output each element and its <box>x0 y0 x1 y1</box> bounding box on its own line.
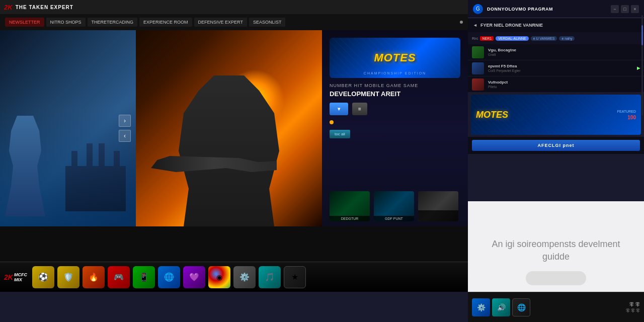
shield-icon: 🛡️ <box>63 272 73 282</box>
app-icon: 💜 <box>189 272 199 282</box>
taskbar-icon-gray[interactable]: ⚙️ <box>233 266 256 288</box>
browser-bar: 2K THE TAKEN EXPERT <box>0 0 468 14</box>
taskbar-icon-dark[interactable]: ★ <box>284 266 306 288</box>
filter-tag-3[interactable]: e nahy <box>559 36 575 41</box>
thumb-overlays: › ‹ <box>119 115 131 142</box>
taskbar-icon-phone[interactable]: 📱 <box>133 266 155 288</box>
taskbar-logo: 2K MCFCMIX <box>4 272 29 282</box>
game-name-2: epvmt F5 Dftea <box>488 64 633 68</box>
soldier-middle <box>179 75 279 226</box>
scroll-thumb[interactable] <box>641 25 643 45</box>
rp-header-icon: G <box>473 4 483 14</box>
rp-header-controls: − □ × <box>611 5 639 13</box>
minimize-button[interactable]: − <box>611 5 619 13</box>
game-list-item-2[interactable]: epvmt F5 Dftea Col5 Perpavlet Egter ▶ <box>468 60 644 76</box>
nav-more-dot[interactable] <box>460 21 463 24</box>
rt-icon-1[interactable]: ⚙️ <box>472 298 490 316</box>
nav-item-shops[interactable]: NITRO SHOPS <box>46 18 86 27</box>
game-logo-text: MOTES <box>374 51 416 64</box>
chrome-icon: ◉ <box>216 273 222 281</box>
taskbar-icon-mcfc[interactable]: ⚽ <box>32 266 54 288</box>
prev-button[interactable]: › <box>119 115 131 127</box>
game-list-item-3[interactable]: Vufnodpct Plletu <box>468 76 644 93</box>
settings-icon: ⚙️ <box>239 272 250 282</box>
rt-time: 零 零 零 零 零 <box>626 301 640 313</box>
taskbar-subtitle: MCFCMIX <box>14 272 27 282</box>
status-dot <box>330 120 334 124</box>
taskbar-icon-shield[interactable]: 🛡️ <box>57 266 79 288</box>
rt-icon-3[interactable]: 🌐 <box>512 298 530 316</box>
flame-icon: 🔥 <box>89 272 99 282</box>
nav-bar: NEWSLETTER NITRO SHOPS THERETERCADING EX… <box>0 14 468 30</box>
info-label: NUMBER HIT MOBILE GAME SAME <box>330 83 460 88</box>
rp-banner[interactable]: MOTES FEATURED 100 <box>471 95 641 135</box>
filter-tag-2[interactable]: e U VANWES <box>531 36 557 41</box>
secondary-action-button[interactable]: ≡ <box>352 103 367 115</box>
maximize-button[interactable]: □ <box>621 5 629 13</box>
rp-subheader: ◄ FYER NIEL DRONE VANRNIE <box>468 18 644 32</box>
filter-badge: NER1 <box>480 36 494 41</box>
prev-icon: › <box>124 117 126 124</box>
game-price-2: ▶ <box>637 66 640 70</box>
game-info-1: Vgu, Bocagtne Gratt <box>488 48 640 56</box>
status-tag-area: toc all <box>330 128 460 138</box>
nav-item-experience[interactable]: EXPERIENCE ROOM <box>139 18 192 27</box>
toc-all-button[interactable]: toc all <box>330 130 350 138</box>
nav-item-theretercading[interactable]: THERETERCADING <box>88 18 138 27</box>
install-button[interactable]: AFECLGI pnet <box>472 140 640 151</box>
taskbar-icon-browser[interactable]: 🌐 <box>158 266 180 288</box>
taskbar-icon-chrome[interactable]: ◉ <box>208 266 230 288</box>
nav-item-defensive[interactable]: DEFENSIVE EXPERT <box>194 18 247 27</box>
main-browser: 2K THE TAKEN EXPERT NEWSLETTER NITRO SHO… <box>0 0 468 292</box>
thumbnail-3[interactable] <box>418 191 458 221</box>
nav-item-newsletter[interactable]: NEWSLETTER <box>5 18 44 27</box>
thumbnail-row: DEDGTUR GDF PUNT <box>330 191 460 221</box>
taskbar-icon-app[interactable]: 💜 <box>183 266 205 288</box>
nav-item-season[interactable]: SEASONLIST <box>249 18 286 27</box>
filter-tag-1[interactable]: VERDAL-ALINNE <box>496 36 529 41</box>
taskbar-logo-text: 2K <box>4 273 13 281</box>
rpb-button[interactable] <box>526 271 586 285</box>
rt-date-value: 零 零 零 <box>626 308 640 313</box>
right-taskbar: ⚙️ 🔊 🌐 零 零 零 零 零 <box>468 292 644 322</box>
thumbnail-2[interactable]: GDF PUNT <box>374 191 414 221</box>
thumb2-label: GDF PUNT <box>374 216 414 221</box>
scrollbar[interactable] <box>641 15 643 116</box>
game-meta-2: Col5 Perpavlet Egter <box>488 69 633 72</box>
close-button[interactable]: × <box>631 5 639 13</box>
music-icon: 🎵 <box>265 272 275 282</box>
taskbar-icon-teal[interactable]: 🎵 <box>259 266 281 288</box>
soldier-left <box>5 116 45 216</box>
phone-icon: 📱 <box>139 272 149 282</box>
dropdown-icon: ▾ <box>338 106 340 112</box>
rt-icon-1-symbol: ⚙️ <box>477 303 486 311</box>
taskbar: 2K MCFCMIX ⚽ 🛡️ 🔥 🎮 📱 🌐 💜 ◉ ⚙️ <box>0 262 468 292</box>
rp-header: G DONNYOLOVMO PRAGRAM − □ × <box>468 0 644 18</box>
rt-icon-2-symbol: 🔊 <box>497 303 506 311</box>
rpb-title: An igi soireompensts develment guidde <box>478 238 634 263</box>
browser-logo: 2K <box>4 4 13 11</box>
hero-section: › ‹ MOTES CHAMPIONSHIP EDITION NUMBER HI… <box>0 30 468 226</box>
castle-background <box>65 136 126 211</box>
browser-icon: 🌐 <box>164 272 174 282</box>
hero-left-panel: › ‹ <box>0 30 136 226</box>
next-button[interactable]: ‹ <box>119 130 131 142</box>
back-button[interactable]: ◄ <box>473 23 477 28</box>
game-icon-2 <box>472 62 484 74</box>
rp-filter-row: Rrc NER1 VERDAL-ALINNE e U VANWES e nahy <box>468 32 644 44</box>
taskbar-icon-orange[interactable]: 🔥 <box>83 266 105 288</box>
primary-action-button[interactable]: ▾ <box>330 103 348 115</box>
banner-info: FEATURED 100 <box>617 110 636 120</box>
thumbnail-1[interactable]: DEDGTUR <box>330 191 370 221</box>
game-list-item-1[interactable]: Vgu, Bocagtne Gratt <box>468 44 644 60</box>
game-name-3: Vufnodpct <box>488 80 640 85</box>
game-subtitle: CHAMPIONSHIP EDITION <box>330 71 460 75</box>
taskbar-icon-red[interactable]: 🎮 <box>108 266 130 288</box>
action-buttons: ▾ ≡ <box>330 103 460 115</box>
rt-icon-2[interactable]: 🔊 <box>492 298 510 316</box>
game-icon: 🎮 <box>114 272 124 282</box>
game-meta-1: Gratt <box>488 53 640 56</box>
filter-label: Rrc <box>472 36 478 41</box>
rp-install-area: AFECLGI pnet <box>468 137 644 154</box>
rt-time-value: 零 零 <box>626 301 640 308</box>
